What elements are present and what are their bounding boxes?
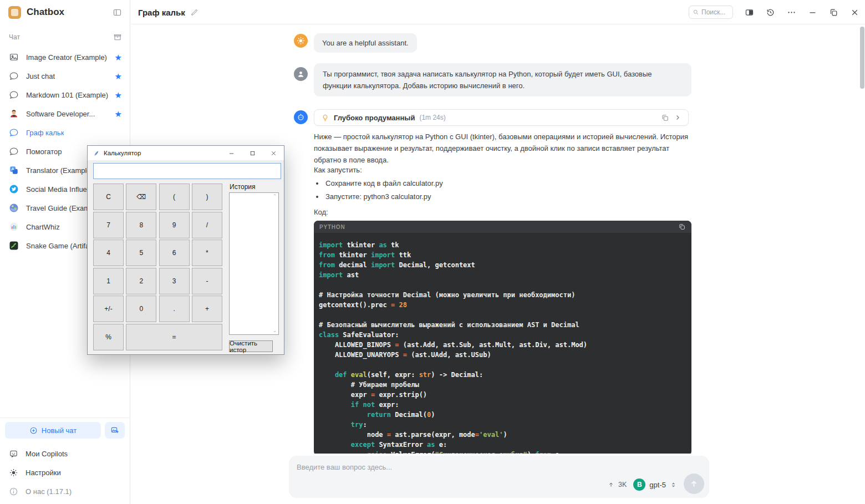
sidebar-item-graf-kalk[interactable]: Граф кальк [0,123,130,142]
sidebar-item-image-creator[interactable]: Image Creator (Example)★ [0,48,130,67]
person-icon [296,69,306,79]
code-line [319,310,686,320]
python-feather-icon [93,150,100,157]
sidebar-collapse-icon[interactable] [113,8,122,17]
star-icon[interactable]: ★ [115,53,122,62]
sidebar-item-markdown-101[interactable]: Markdown 101 (Example)★ [0,85,130,104]
sidebar-item-settings[interactable]: Настройки [0,463,130,482]
model-name[interactable]: gpt-5 [649,481,666,489]
columns-icon[interactable] [745,8,754,17]
edit-title-icon[interactable] [190,8,199,17]
history-listbox[interactable]: ⌃ ⌄ [229,192,279,335]
sidebar-item-just-chat[interactable]: Just chat★ [0,67,130,85]
assistant-intro: Ниже — простой калькулятор на Python с G… [314,131,693,166]
scroll-up-icon[interactable]: ⌃ [273,194,277,199]
calc-key-3[interactable]: 3 [159,268,190,294]
calc-key-)[interactable]: ) [192,184,222,210]
sidebar-footer: Новый чат Мои CopilotsНастройкиО нас (1.… [0,418,130,504]
calc-key-9[interactable]: 9 [159,212,190,238]
ellipsis-icon[interactable] [787,8,796,17]
sidebar-item-software-developer[interactable]: Software Developer...★ [0,104,130,123]
calc-key-([interactable]: ( [159,184,190,210]
search-box[interactable] [689,6,733,19]
thinking-card[interactable]: Глубоко продуманный (1m 24s) [314,109,689,126]
star-icon[interactable]: ★ [115,110,122,118]
history-scrollbar[interactable]: ⌃ ⌄ [271,193,278,334]
calc-minimize-button[interactable] [221,146,242,160]
code-line: # Настройка точности Decimal (можно увел… [319,290,686,300]
calc-key-2[interactable]: 2 [126,268,156,294]
code-copy-icon[interactable] [678,223,686,231]
copy-icon[interactable] [661,114,669,122]
archive-icon[interactable] [113,33,122,42]
calc-key-%[interactable]: % [93,324,124,350]
calc-key-⌫[interactable]: ⌫ [126,184,156,210]
gear-icon [9,468,18,477]
send-button[interactable] [684,474,704,494]
sidebar-item-my-copilots[interactable]: Мои Copilots [0,444,130,463]
calc-key-=[interactable]: = [126,324,222,350]
scroll-down-icon[interactable]: ⌄ [273,328,277,333]
minimize-icon[interactable] [808,8,817,17]
calc-key-7[interactable]: 7 [93,212,124,238]
star-icon[interactable]: ★ [115,72,122,80]
menu-item-label: Мои Copilots [26,450,68,458]
code-line: ALLOWED_UNARYOPS = (ast.UAdd, ast.USub) [319,350,686,360]
snake-icon [9,241,19,251]
code-line: # Безопасный вычислитель выражений с исп… [319,320,686,330]
calc-key-1[interactable]: 1 [93,268,124,294]
calc-key-0[interactable]: 0 [126,296,156,322]
sidebar-menu: Мои CopilotsНастройкиО нас (1.17.1) [0,439,130,504]
brand-name: Chatbox [27,7,113,18]
run-steps: Сохраните код в файл calculator.pyЗапуст… [314,177,693,204]
close-icon[interactable] [850,8,859,17]
calc-key--[interactable]: - [192,268,222,294]
close-icon [271,150,277,156]
star-icon[interactable]: ★ [115,91,122,99]
code-line: return Decimal(0) [319,410,686,420]
composer-strip: 3K B gpt-5 [131,454,865,504]
chart-icon [9,222,19,232]
calculator-titlebar[interactable]: Калькулятор [88,146,284,160]
calc-key-*[interactable]: * [192,240,222,266]
clear-history-button[interactable]: Очистить истор [229,340,273,352]
calc-key-4[interactable]: 4 [93,240,124,266]
calc-key-.[interactable]: . [159,296,190,322]
menu-item-label: О нас (1.17.1) [26,487,72,496]
maximize-icon [250,150,256,156]
new-image-button[interactable] [105,422,125,439]
calc-key-5[interactable]: 5 [126,240,156,266]
menu-item-label: Настройки [26,469,61,477]
model-provider-badge[interactable]: B [633,478,645,491]
new-chat-button[interactable]: Новый чат [5,422,101,439]
message-input[interactable] [297,463,629,471]
calculator-window[interactable]: Калькулятор C⌫()789/456*123-+/-0.+%= Ист… [87,145,284,355]
calc-maximize-button[interactable] [242,146,263,160]
calc-key-6[interactable]: 6 [159,240,190,266]
calc-key-+[interactable]: + [192,296,222,322]
code-line [319,360,686,370]
search-input[interactable] [701,8,729,16]
page-title: Граф кальк [138,8,185,17]
chevron-right-icon[interactable] [674,114,681,121]
model-select-icon[interactable] [670,481,677,488]
chat-item-label: Snake Game (Artifact. [26,242,97,250]
calc-close-button[interactable] [263,146,284,160]
calculator-entry[interactable] [93,163,281,179]
sidebar-item-about[interactable]: О нас (1.17.1) [0,482,130,501]
restore-icon[interactable] [829,8,838,17]
history-icon[interactable] [766,8,775,17]
composer[interactable]: 3K B gpt-5 [289,456,709,498]
calc-key-+/-[interactable]: +/- [93,296,124,322]
chat-item-label: Just chat [26,72,55,80]
code-line: if not expr: [319,400,686,410]
calc-key-/[interactable]: / [192,212,222,238]
code-line: except SyntaxError as e: [319,440,686,450]
bubble-icon [9,90,19,100]
code-line: # Убираем пробелы [319,380,686,390]
info-icon [9,487,18,496]
calc-key-8[interactable]: 8 [126,212,156,238]
calc-key-C[interactable]: C [93,184,124,210]
thinking-title: Глубоко продуманный [334,114,415,122]
scrollbar-thumb[interactable] [860,27,864,89]
